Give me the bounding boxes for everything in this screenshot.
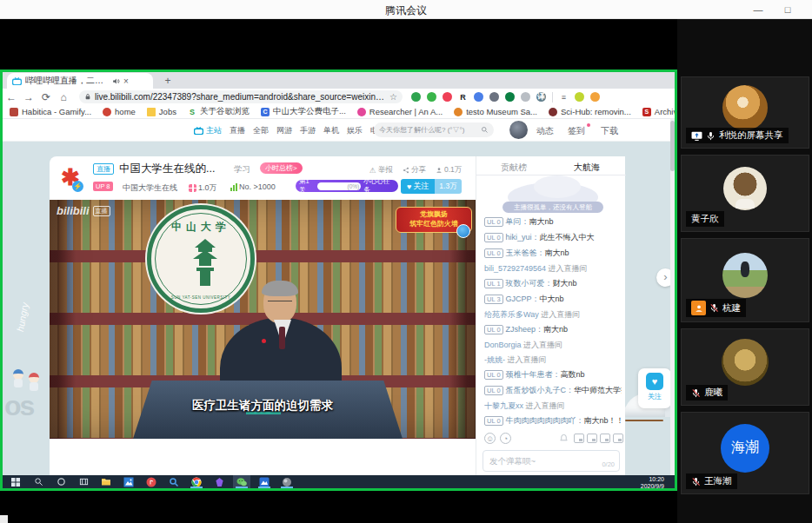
heart-task-pill[interactable]: 第1关 (0%) 小心心任务	[296, 180, 398, 192]
minimize-icon[interactable]: —	[746, 0, 770, 19]
page-scrollbar[interactable]	[670, 119, 675, 476]
reload-icon[interactable]: ⟳	[37, 91, 55, 103]
browser-tab[interactable]: 哔哩哔哩直播，二次元弹幕… ×	[7, 73, 153, 89]
green-shield-icon[interactable]	[505, 92, 515, 102]
chat-username[interactable]: 牛肉肉肉肉肉肉肉吖：	[506, 416, 584, 425]
maximize-icon[interactable]: □	[775, 0, 800, 19]
home-icon[interactable]: ⌂	[55, 91, 72, 103]
notion-icon[interactable]	[489, 92, 499, 102]
blue-search-app-icon[interactable]	[165, 475, 183, 488]
share-button[interactable]: 分享	[403, 165, 426, 175]
new-tab-button[interactable]: +	[161, 74, 175, 88]
danmu-setting-icon[interactable]	[600, 434, 610, 443]
cortana-icon[interactable]	[52, 475, 70, 488]
hour-rank-pill[interactable]: 小时总榜>	[260, 162, 303, 174]
green-circle-icon[interactable]	[411, 92, 421, 102]
address-bar[interactable]: live.bilibili.com/22347389?share_medium=…	[79, 90, 403, 103]
blue-mountain-app-icon[interactable]	[256, 475, 273, 488]
lime-circle-icon[interactable]	[575, 92, 584, 102]
bili-nav-item[interactable]: 网游	[276, 125, 292, 136]
bili-nav-item[interactable]: 娱乐	[347, 125, 363, 136]
blue-search-icon[interactable]	[474, 92, 483, 102]
chat-username[interactable]: DonBorgia	[484, 341, 522, 349]
photos-icon[interactable]	[120, 475, 137, 488]
red-round-app-icon[interactable]	[143, 475, 160, 488]
participant-tile[interactable]: 杭建	[681, 238, 809, 322]
tab-fleet[interactable]: 大航海	[574, 162, 600, 174]
video-player[interactable]: bilibili 直播 党旗飘扬 筑牢红色防火墙 中山大学 SUN YAT-SE…	[50, 200, 476, 439]
chat-username[interactable]: 颈椎十年患者：	[506, 370, 561, 379]
bookmark-item[interactable]: Sci-Hub: removin...	[549, 107, 631, 116]
bookmark-item[interactable]: Habitica - Gamify...	[10, 107, 91, 116]
orange-circle-icon[interactable]	[590, 92, 600, 102]
chat-username[interactable]: 单问：	[506, 217, 529, 226]
up-name[interactable]: 中国大学生在线	[123, 182, 177, 194]
page-scrollbar-thumb[interactable]	[670, 121, 675, 171]
room-category-tag[interactable]: 学习	[234, 164, 250, 175]
danmaku-list[interactable]: UL 0单问：南大nbUL 0hiki_yui：此生不悔入中大UL 0玉米爸爸：…	[484, 217, 622, 431]
bili-nav-item[interactable]: 全部	[253, 125, 269, 136]
r-letter-icon[interactable]: R	[458, 92, 468, 102]
file-explorer-icon[interactable]	[97, 475, 115, 488]
danmaku-input[interactable]: 发个弹幕呗~ 0/20	[483, 450, 620, 472]
participant-tile[interactable]: 黄子欣	[681, 155, 809, 232]
bili-nav-item[interactable]: 单机	[323, 125, 339, 136]
bookmark-item[interactable]: testo Museum Sa...	[454, 107, 537, 116]
danmu-setting-icon[interactable]	[613, 434, 623, 443]
user-avatar[interactable]	[509, 121, 528, 139]
evernote-icon[interactable]	[427, 92, 436, 102]
bookmark-item[interactable]: C中山大学公费电子...	[261, 106, 346, 117]
bell-icon[interactable]	[559, 434, 569, 443]
participant-tile[interactable]: 鹿曦	[681, 328, 809, 406]
nav-link-checkin[interactable]: 签到	[568, 125, 585, 137]
chrome-icon[interactable]	[188, 475, 205, 488]
participant-tile[interactable]: 利悦的屏幕共享	[681, 76, 809, 149]
start-icon[interactable]	[7, 475, 24, 488]
emoji-icon[interactable]: ☺	[484, 433, 496, 444]
participant-tile[interactable]: 海潮王海潮	[681, 412, 809, 494]
floating-follow-widget[interactable]: ♥ 关注	[638, 368, 671, 408]
task-view-icon[interactable]	[75, 475, 92, 488]
tab-audio-icon[interactable]	[112, 77, 120, 85]
back-icon[interactable]: ←	[3, 91, 20, 103]
chat-username[interactable]: 玫数小可爱：	[506, 279, 553, 288]
chat-username[interactable]: -姚姚-	[484, 355, 505, 364]
chat-username[interactable]: bili_57292749564	[484, 264, 546, 273]
bili-nav-item[interactable]: 直播	[230, 125, 245, 136]
tab-contribution[interactable]: 贡献榜	[501, 162, 527, 174]
gray-doc-icon[interactable]	[521, 92, 530, 102]
bookmark-item[interactable]: Researcher | An A...	[357, 107, 443, 116]
wechat-icon[interactable]	[233, 475, 250, 488]
chat-username[interactable]: 给苑养乐多Way	[484, 310, 539, 319]
bili-nav-home[interactable]: 主站	[194, 125, 222, 136]
sticker-palette-icon[interactable]: ◔	[500, 433, 511, 444]
follow-button[interactable]: ♥关注 1.3万	[401, 179, 462, 194]
search-icon[interactable]	[30, 475, 47, 488]
chat-username[interactable]: ZJsheep：	[506, 325, 544, 334]
danmu-setting-icon[interactable]	[587, 434, 597, 443]
tab-close-icon[interactable]: ×	[123, 76, 129, 86]
bili-search-input[interactable]: 今天你想了解什么呢? (°▽°)	[374, 122, 494, 137]
chat-username[interactable]: GJCPP：	[506, 295, 540, 303]
bookmark-item[interactable]: home	[103, 107, 136, 116]
bili-nav-item[interactable]: 手游	[300, 125, 316, 136]
chat-username[interactable]: 十黎九夏xx	[484, 401, 523, 410]
nav-link-dynamic[interactable]: 动态	[536, 125, 554, 137]
translate-icon[interactable]: 译	[536, 92, 546, 102]
taskbar-clock[interactable]: 10:20 2020/9/9	[641, 475, 664, 488]
forward-icon[interactable]: →	[20, 91, 37, 103]
danmu-setting-icon[interactable]	[574, 434, 584, 443]
bookmark-star-icon[interactable]: ☆	[389, 92, 397, 102]
search-icon[interactable]	[481, 126, 489, 134]
reading-list-icon[interactable]: ≡	[559, 92, 569, 102]
chat-username[interactable]: 蛋蛋炒饭小丸子C：	[506, 386, 575, 394]
nav-link-download[interactable]: 下载	[601, 125, 618, 137]
bookmark-item[interactable]: S关于谷歌浏览	[188, 106, 250, 117]
red-circle-icon[interactable]	[443, 92, 452, 102]
gray-sphere-app-icon[interactable]	[278, 475, 296, 488]
bookmark-item[interactable]: Jobs	[147, 107, 176, 116]
chat-username[interactable]: hiki_yui：	[506, 233, 540, 242]
chat-username[interactable]: 玉米爸爸：	[506, 248, 545, 257]
purple-app-icon[interactable]	[210, 475, 228, 488]
report-button[interactable]: ⚠举报	[369, 165, 393, 175]
